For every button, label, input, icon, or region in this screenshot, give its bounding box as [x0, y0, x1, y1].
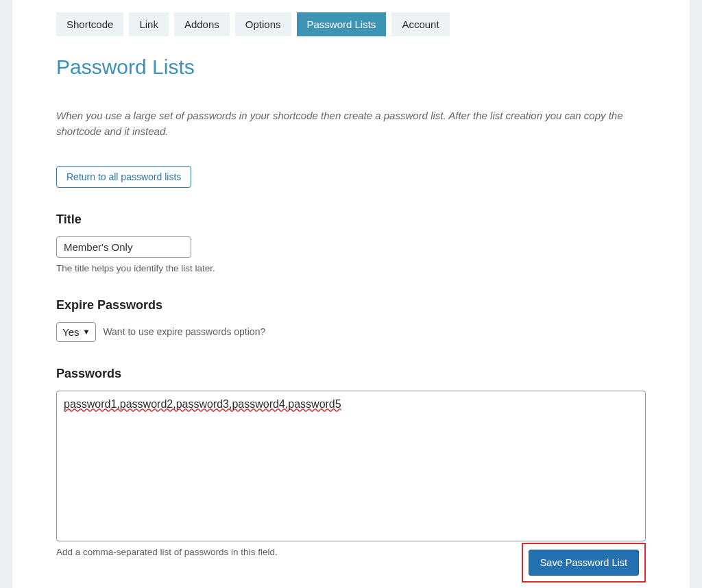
passwords-label: Passwords: [56, 367, 646, 381]
tab-shortcode[interactable]: Shortcode: [56, 12, 123, 36]
passwords-textarea[interactable]: password1,password2,password3,password4,…: [56, 391, 646, 541]
title-help: The title helps you identify the list la…: [56, 263, 646, 273]
tab-options[interactable]: Options: [235, 12, 291, 36]
title-label: Title: [56, 212, 646, 227]
save-button[interactable]: Save Password List: [529, 550, 639, 576]
tab-account[interactable]: Account: [391, 12, 449, 36]
tab-link[interactable]: Link: [129, 12, 169, 36]
expire-select[interactable]: Yes ▼: [56, 322, 96, 342]
tab-addons[interactable]: Addons: [174, 12, 230, 36]
expire-label: Expire Passwords: [56, 298, 646, 313]
tab-password-lists[interactable]: Password Lists: [297, 12, 387, 36]
expire-select-value: Yes: [62, 326, 79, 338]
page-title: Password Lists: [56, 56, 646, 79]
title-input[interactable]: [56, 236, 191, 258]
settings-panel: Shortcode Link Addons Options Password L…: [12, 0, 690, 588]
nav-tabs: Shortcode Link Addons Options Password L…: [56, 12, 646, 36]
expire-help: Want to use expire passwords option?: [103, 326, 265, 337]
return-button[interactable]: Return to all password lists: [56, 166, 191, 188]
page-description: When you use a large set of passwords in…: [56, 108, 646, 140]
chevron-down-icon: ▼: [82, 328, 90, 336]
save-highlight: Save Password List: [522, 543, 646, 583]
